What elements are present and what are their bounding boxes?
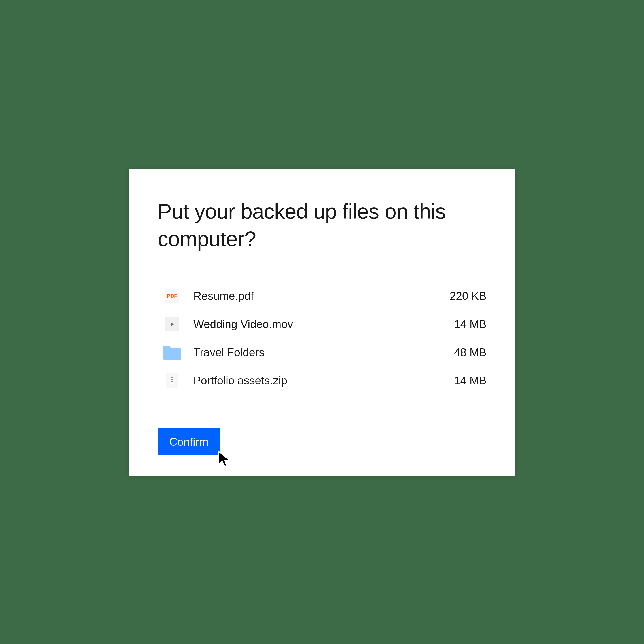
file-name: Portfolio assets.zip — [193, 374, 454, 387]
file-row: Wedding Video.mov 14 MB — [162, 310, 486, 338]
file-size: 14 MB — [454, 318, 486, 331]
file-row: PDF Resume.pdf 220 KB — [162, 282, 486, 310]
file-row: Travel Folders 48 MB — [162, 338, 486, 366]
file-name: Travel Folders — [193, 346, 454, 359]
file-size: 48 MB — [454, 346, 486, 359]
confirm-button[interactable]: Confirm — [158, 428, 220, 455]
file-row: Portfolio assets.zip 14 MB — [162, 366, 486, 395]
file-size: 14 MB — [454, 374, 486, 387]
file-size: 220 KB — [450, 290, 486, 303]
file-list: PDF Resume.pdf 220 KB Wedding Video.mov … — [158, 282, 486, 395]
file-name: Wedding Video.mov — [193, 318, 454, 331]
file-name: Resume.pdf — [193, 290, 450, 303]
dialog-title: Put your backed up files on this compute… — [158, 198, 486, 253]
restore-files-dialog: Put your backed up files on this compute… — [129, 169, 515, 476]
pdf-icon: PDF — [162, 288, 182, 304]
zip-icon — [162, 373, 182, 388]
folder-icon — [162, 345, 182, 360]
play-icon — [162, 316, 182, 332]
